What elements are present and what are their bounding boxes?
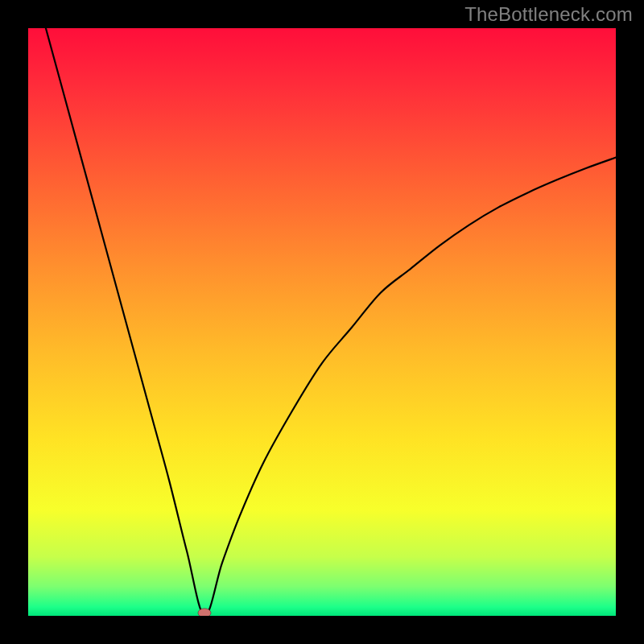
gradient-background [28,28,616,616]
chart-frame: TheBottleneck.com [0,0,644,644]
plot-svg [28,28,616,616]
plot-area [28,28,616,616]
watermark-text: TheBottleneck.com [464,3,633,26]
minimum-marker [198,609,211,616]
